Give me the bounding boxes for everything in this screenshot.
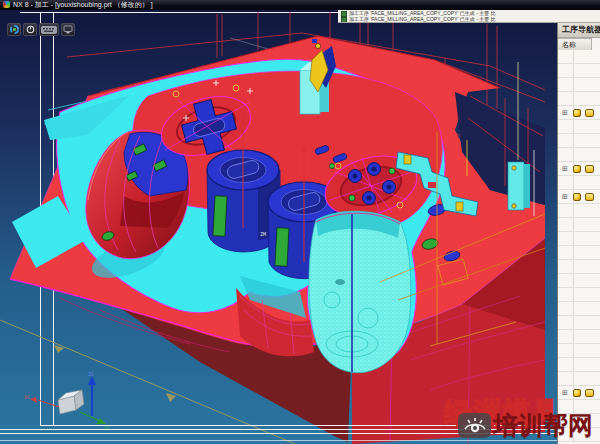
navigator-row[interactable] xyxy=(558,218,600,232)
navigator-row[interactable] xyxy=(558,134,600,148)
operation-icon xyxy=(573,165,581,173)
nx-app-icon xyxy=(3,1,10,8)
navigator-row[interactable] xyxy=(558,246,600,260)
navigator-rows[interactable]: ⊞⊞⊞⊞ xyxy=(558,50,600,444)
navigator-row[interactable] xyxy=(558,78,600,92)
nx-logo-icon[interactable] xyxy=(7,23,21,36)
operation-icon xyxy=(585,389,594,397)
graphics-viewport[interactable]: XC YC ZC ZM xyxy=(0,0,600,444)
record-circle-icon[interactable] xyxy=(23,23,37,36)
navigator-row[interactable] xyxy=(558,372,600,386)
navigator-row[interactable]: ⊞ xyxy=(558,386,600,400)
expand-icon[interactable]: ⊞ xyxy=(562,109,568,116)
navigator-row[interactable] xyxy=(558,358,600,372)
operation-icon xyxy=(573,193,581,201)
navigator-row[interactable] xyxy=(558,50,600,64)
keyboard-icon[interactable] xyxy=(39,23,59,36)
operation-icon xyxy=(585,109,594,117)
navigator-row[interactable] xyxy=(558,302,600,316)
navigator-title: 工序导航器 xyxy=(558,22,600,38)
axis-label-xc: XC xyxy=(24,394,30,400)
navigator-row[interactable] xyxy=(558,232,600,246)
navigator-row[interactable] xyxy=(558,288,600,302)
status-check-icon xyxy=(341,17,347,23)
operation-icon xyxy=(585,193,594,201)
navigator-row[interactable] xyxy=(558,120,600,134)
navigator-row[interactable] xyxy=(558,344,600,358)
window-title: NX 8 - 加工 - [youxishoubing.prt （修改的） ] xyxy=(13,1,153,8)
mcs-label: ZM xyxy=(260,231,266,237)
nx-application-window: XC YC ZC ZM NX 8 - 加工 - [youxishoubing.p… xyxy=(0,0,600,444)
navigator-row[interactable]: ⊞ xyxy=(558,190,600,204)
expand-icon[interactable]: ⊞ xyxy=(562,389,568,396)
navigator-row[interactable] xyxy=(558,330,600,344)
title-bar: NX 8 - 加工 - [youxishoubing.prt （修改的） ] xyxy=(0,0,600,10)
right-grip xyxy=(309,211,411,372)
navigator-row[interactable] xyxy=(558,148,600,162)
status-message-area: 加工工序 'FACE_MILLING_AREA_COPY_COPY' 已生成 -… xyxy=(338,10,600,23)
status-line-2: 加工工序 'FACE_MILLING_AREA_COPY_COPY' 已生成 -… xyxy=(338,16,600,22)
brand-watermark-text: 培训帮网 xyxy=(493,409,593,442)
monitor-icon[interactable] xyxy=(61,23,75,36)
expand-icon[interactable]: ⊞ xyxy=(562,193,568,200)
brand-watermark: 培训帮网 xyxy=(458,409,593,442)
operation-icon xyxy=(585,165,594,173)
navigator-row[interactable] xyxy=(558,316,600,330)
navigator-row[interactable] xyxy=(558,260,600,274)
operation-icon xyxy=(573,109,581,117)
navigator-row[interactable]: ⊞ xyxy=(558,106,600,120)
axis-label-zc: ZC xyxy=(88,371,94,377)
navigator-row[interactable] xyxy=(558,176,600,190)
navigator-row[interactable]: ⊞ xyxy=(558,162,600,176)
navigator-row[interactable] xyxy=(558,92,600,106)
navigator-row[interactable] xyxy=(558,204,600,218)
navigator-row[interactable] xyxy=(558,64,600,78)
floating-toolbar xyxy=(7,23,75,36)
brand-logo-icon xyxy=(458,413,491,438)
expand-icon[interactable]: ⊞ xyxy=(562,165,568,172)
operation-icon xyxy=(573,389,581,397)
operation-navigator-panel[interactable]: 工序导航器 名称 ⊞⊞⊞⊞ xyxy=(557,22,600,444)
navigator-row[interactable] xyxy=(558,274,600,288)
